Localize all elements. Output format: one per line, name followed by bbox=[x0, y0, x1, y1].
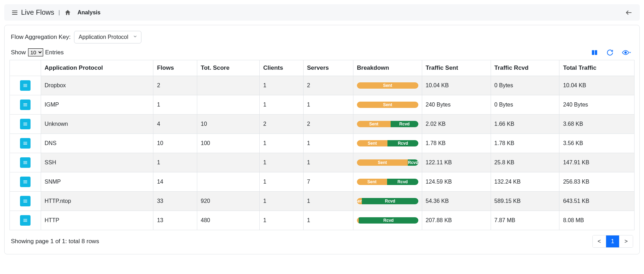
eye-dropdown-icon[interactable] bbox=[622, 49, 631, 56]
cell-protocol: HTTP bbox=[41, 211, 153, 230]
breakdown-bar: Rcvd bbox=[357, 217, 418, 224]
cell-flows: 1 bbox=[153, 95, 197, 115]
cell-rcvd: 589.15 KB bbox=[491, 192, 559, 211]
cell-flows: 4 bbox=[153, 115, 197, 134]
agg-key-value: Application Protocol bbox=[79, 34, 128, 40]
cell-total: 147.91 KB bbox=[559, 153, 635, 172]
col-breakdown[interactable]: Breakdown bbox=[353, 60, 422, 76]
cell-breakdown: SentRcvd bbox=[353, 172, 422, 192]
cell-flows: 2 bbox=[153, 76, 197, 95]
col-servers[interactable]: Servers bbox=[303, 60, 353, 76]
row-detail-button[interactable] bbox=[20, 119, 31, 129]
page-prev-button[interactable]: < bbox=[593, 235, 606, 247]
cell-breakdown: Rcvd bbox=[353, 211, 422, 230]
cell-flows: 13 bbox=[153, 211, 197, 230]
topbar: Live Flows | Analysis bbox=[4, 4, 640, 21]
row-detail-button[interactable] bbox=[20, 177, 31, 187]
row-detail-button[interactable] bbox=[20, 196, 31, 206]
page-next-button[interactable]: > bbox=[619, 235, 633, 247]
cell-protocol: SSH bbox=[41, 153, 153, 172]
cell-protocol: Unknown bbox=[41, 115, 153, 134]
refresh-icon[interactable] bbox=[606, 49, 613, 56]
cell-protocol: HTTP.ntop bbox=[41, 192, 153, 211]
cell-protocol: DNS bbox=[41, 134, 153, 153]
cell-rcvd: 7.87 MB bbox=[491, 211, 559, 230]
menu-icon[interactable] bbox=[11, 9, 18, 16]
col-flows[interactable]: Flows bbox=[153, 60, 197, 76]
cell-flows: 14 bbox=[153, 172, 197, 192]
row-detail-button[interactable] bbox=[20, 157, 31, 168]
cell-servers: 1 bbox=[303, 153, 353, 172]
breakdown-sent: Sent bbox=[357, 102, 418, 108]
cell-total: 3.68 KB bbox=[559, 115, 635, 134]
page-size-select[interactable]: 10 bbox=[28, 48, 43, 56]
cell-protocol: SNMP bbox=[41, 172, 153, 192]
cell-score bbox=[197, 172, 260, 192]
table-row: SNMP1417SentRcvd124.59 KB132.24 KB256.83… bbox=[10, 172, 635, 192]
cell-servers: 1 bbox=[303, 134, 353, 153]
cell-score: 920 bbox=[197, 192, 260, 211]
agg-key-select[interactable]: Application Protocol bbox=[74, 31, 141, 43]
breakdown-sent: Sent bbox=[357, 82, 418, 89]
col-actions bbox=[10, 60, 41, 76]
cell-flows: 33 bbox=[153, 192, 197, 211]
col-clients[interactable]: Clients bbox=[260, 60, 304, 76]
cell-score: 100 bbox=[197, 134, 260, 153]
cell-clients: 1 bbox=[260, 192, 304, 211]
breakdown-rcvd: Rcvd bbox=[387, 179, 418, 185]
breakdown-rcvd: Rcvd bbox=[359, 217, 418, 224]
cell-rcvd: 0 Bytes bbox=[491, 95, 559, 115]
cell-servers: 2 bbox=[303, 115, 353, 134]
cell-total: 256.83 KB bbox=[559, 172, 635, 192]
breakdown-sent: Sent bbox=[357, 121, 391, 127]
row-detail-button[interactable] bbox=[20, 80, 31, 91]
main-panel: Flow Aggregation Key: Application Protoc… bbox=[4, 25, 640, 254]
cell-sent: 10.04 KB bbox=[422, 76, 491, 95]
page-title-live-flows[interactable]: Live Flows bbox=[21, 8, 54, 16]
cell-breakdown: SentRcvd bbox=[353, 153, 422, 172]
row-detail-button[interactable] bbox=[20, 100, 31, 110]
table-summary: Showing page 1 of 1: total 8 rows bbox=[11, 238, 99, 245]
cell-clients: 2 bbox=[260, 115, 304, 134]
cell-score bbox=[197, 153, 260, 172]
col-sent[interactable]: Traffic Sent bbox=[422, 60, 491, 76]
cell-score bbox=[197, 76, 260, 95]
breakdown-bar: Sent bbox=[357, 82, 418, 89]
row-detail-button[interactable] bbox=[20, 215, 31, 226]
table-row: Unknown41022SentRcvd2.02 KB1.66 KB3.68 K… bbox=[10, 115, 635, 134]
agg-key-label: Flow Aggregation Key: bbox=[11, 34, 71, 41]
cell-rcvd: 0 Bytes bbox=[491, 76, 559, 95]
breakdown-sent: Sent bbox=[357, 159, 408, 166]
page-1-button[interactable]: 1 bbox=[606, 235, 619, 247]
cell-servers: 1 bbox=[303, 192, 353, 211]
cell-total: 240 Bytes bbox=[559, 95, 635, 115]
cell-servers: 1 bbox=[303, 95, 353, 115]
col-total[interactable]: Total Traffic bbox=[559, 60, 635, 76]
table-row: SSH111SentRcvd122.11 KB25.8 KB147.91 KB bbox=[10, 153, 635, 172]
breakdown-bar: SentRcvd bbox=[357, 198, 418, 204]
cell-score: 10 bbox=[197, 115, 260, 134]
home-icon[interactable] bbox=[64, 9, 71, 16]
columns-icon[interactable] bbox=[591, 49, 598, 56]
breakdown-bar: SentRcvd bbox=[357, 159, 418, 166]
cell-sent: 54.36 KB bbox=[422, 192, 491, 211]
breakdown-bar: SentRcvd bbox=[357, 121, 418, 127]
table-row: HTTP1348011Rcvd207.88 KB7.87 MB8.08 MB bbox=[10, 211, 635, 230]
svg-rect-5 bbox=[595, 50, 597, 55]
show-label: Show bbox=[11, 49, 26, 56]
cell-protocol: IGMP bbox=[41, 95, 153, 115]
back-icon[interactable] bbox=[625, 9, 633, 16]
table-header-row: Application Protocol Flows Tot. Score Cl… bbox=[10, 60, 635, 76]
cell-clients: 1 bbox=[260, 76, 304, 95]
breakdown-bar: Sent bbox=[357, 102, 418, 108]
page-title-analysis: Analysis bbox=[78, 9, 101, 16]
table-row: IGMP111Sent240 Bytes0 Bytes240 Bytes bbox=[10, 95, 635, 115]
col-score[interactable]: Tot. Score bbox=[197, 60, 260, 76]
cell-total: 3.56 KB bbox=[559, 134, 635, 153]
svg-rect-4 bbox=[592, 50, 595, 55]
cell-rcvd: 25.8 KB bbox=[491, 153, 559, 172]
col-protocol[interactable]: Application Protocol bbox=[41, 60, 153, 76]
cell-sent: 1.78 KB bbox=[422, 134, 491, 153]
col-rcvd[interactable]: Traffic Rcvd bbox=[491, 60, 559, 76]
row-detail-button[interactable] bbox=[20, 138, 31, 149]
